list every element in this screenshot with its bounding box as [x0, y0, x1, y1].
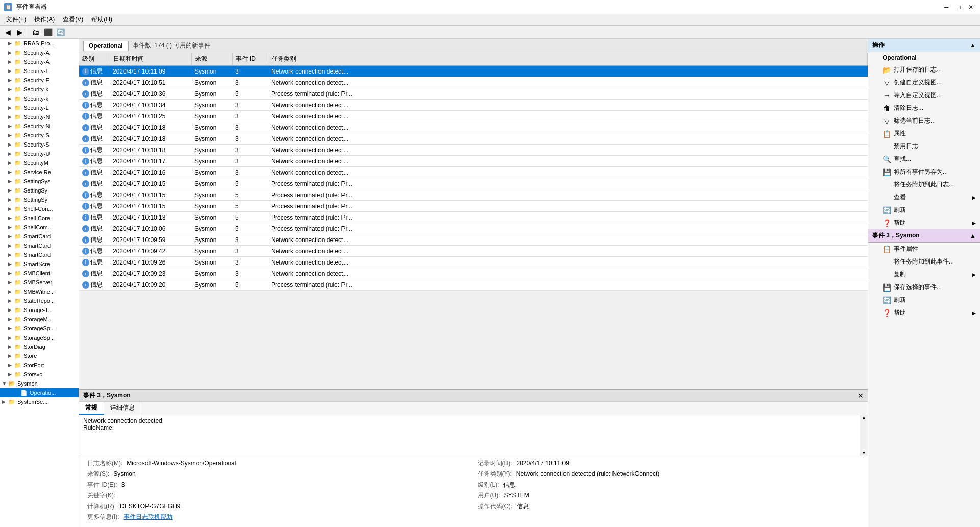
table-row[interactable]: i信息2020/4/17 10:10:18Sysmon3Network conn…: [79, 145, 868, 156]
sidebar-item-23[interactable]: ▶📁SmartCard: [0, 250, 79, 259]
sidebar-item-30[interactable]: ▶📁StorageM...: [0, 315, 79, 324]
table-row[interactable]: i信息2020/4/17 10:09:26Sysmon3Network conn…: [79, 257, 868, 268]
sidebar-item-14[interactable]: ▶📁Service Re: [0, 167, 79, 177]
sidebar-item-8[interactable]: ▶📁Security-N: [0, 112, 79, 122]
table-row[interactable]: i信息2020/4/17 10:09:23Sysmon3Network conn…: [79, 268, 868, 279]
sidebar-item-13[interactable]: ▶📁SecurityM: [0, 158, 79, 167]
table-row[interactable]: i信息2020/4/17 10:10:36Sysmon5Process term…: [79, 88, 868, 100]
sidebar-item-39[interactable]: ▶📁SystemSe...: [0, 397, 79, 406]
sidebar-item-10[interactable]: ▶📁Security-S: [0, 131, 79, 140]
table-row[interactable]: i信息2020/4/17 10:10:13Sysmon5Process term…: [79, 212, 868, 223]
action-event-props[interactable]: 📋 事件属性: [868, 243, 980, 255]
action-help2[interactable]: ❓ 帮助 ▶: [868, 306, 980, 319]
detail-close-button[interactable]: ✕: [857, 392, 864, 400]
sidebar-item-19[interactable]: ▶📁Shell-Core: [0, 213, 79, 223]
action-refresh2[interactable]: 🔄 刷新: [868, 294, 980, 306]
event-log-help-link[interactable]: 事件日志联机帮助: [124, 513, 173, 521]
action-find[interactable]: 🔍 查找...: [868, 153, 980, 165]
table-row[interactable]: i信息2020/4/17 10:10:16Sysmon3Network conn…: [79, 167, 868, 178]
sidebar-item-21[interactable]: ▶📁SmartCard: [0, 232, 79, 241]
action-filter[interactable]: ▽ 筛选当前日志...: [868, 114, 980, 127]
col-level[interactable]: 级别: [79, 53, 110, 65]
menu-file[interactable]: 文件(F): [2, 14, 30, 25]
menu-view[interactable]: 查看(V): [59, 14, 87, 25]
sidebar-item-9[interactable]: ▶📁Security-N: [0, 122, 79, 131]
menu-action[interactable]: 操作(A): [30, 14, 59, 25]
sidebar-item-2[interactable]: ▶📁Security-A: [0, 57, 79, 66]
sidebar-item-36[interactable]: ▶📁Storsvc: [0, 370, 79, 379]
table-row[interactable]: i信息2020/4/17 10:10:18Sysmon3Network conn…: [79, 122, 868, 133]
minimize-button[interactable]: ─: [941, 2, 951, 12]
table-row[interactable]: i信息2020/4/17 10:11:09Sysmon3Network conn…: [79, 65, 868, 77]
action-properties[interactable]: 📋 属性: [868, 127, 980, 140]
right-event-header[interactable]: 事件 3，Sysmon ▲: [868, 229, 980, 243]
col-eventid[interactable]: 事件 ID: [232, 53, 268, 65]
sidebar-item-3[interactable]: ▶📁Security-E: [0, 66, 79, 76]
action-open-saved[interactable]: 📂 打开保存的日志...: [868, 63, 980, 76]
sidebar-item-27[interactable]: ▶📁SMBWitne...: [0, 287, 79, 296]
table-row[interactable]: i信息2020/4/17 10:09:42Sysmon3Network conn…: [79, 246, 868, 257]
table-row[interactable]: i信息2020/4/17 10:10:15Sysmon5Process term…: [79, 201, 868, 212]
sidebar-item-22[interactable]: ▶📁SmartCard: [0, 241, 79, 250]
maximize-button[interactable]: □: [953, 2, 964, 12]
sidebar-item-29[interactable]: ▶📁Storage-T...: [0, 305, 79, 315]
sidebar-item-25[interactable]: ▶📁SMBClient: [0, 269, 79, 278]
sidebar-item-4[interactable]: ▶📁Security-E: [0, 76, 79, 85]
sidebar-item-26[interactable]: ▶📁SMBServer: [0, 278, 79, 287]
tab-details[interactable]: 详细信息: [104, 402, 141, 415]
sidebar-item-24[interactable]: ▶📁SmartScre: [0, 259, 79, 269]
table-row[interactable]: i信息2020/4/17 10:10:15Sysmon5Process term…: [79, 178, 868, 189]
action-attach-task-event[interactable]: 将任务附加到此事件...: [868, 255, 980, 268]
menu-help[interactable]: 帮助(H): [87, 14, 116, 25]
sidebar-item-32[interactable]: ▶📁StorageSp...: [0, 333, 79, 342]
sidebar-item-38[interactable]: 📄Operatio...: [0, 388, 79, 397]
sidebar-item-11[interactable]: ▶📁Security-S: [0, 140, 79, 149]
table-row[interactable]: i信息2020/4/17 10:10:15Sysmon5Process term…: [79, 189, 868, 201]
right-ops-header[interactable]: 操作 ▲: [868, 39, 980, 52]
sidebar-item-20[interactable]: ▶📁ShellCom...: [0, 223, 79, 232]
action-copy[interactable]: 复制 ▶: [868, 268, 980, 281]
action-refresh1[interactable]: 🔄 刷新: [868, 204, 980, 217]
sidebar-item-12[interactable]: ▶📁Security-U: [0, 149, 79, 158]
sidebar-item-7[interactable]: ▶📁Security-L: [0, 103, 79, 112]
table-row[interactable]: i信息2020/4/17 10:10:34Sysmon3Network conn…: [79, 100, 868, 111]
table-row[interactable]: i信息2020/4/17 10:09:59Sysmon3Network conn…: [79, 234, 868, 246]
sidebar-item-18[interactable]: ▶📁Shell-Con...: [0, 204, 79, 213]
action-save-all[interactable]: 💾 将所有事件另存为...: [868, 165, 980, 178]
toolbar-refresh[interactable]: 🔄: [55, 27, 66, 38]
sidebar-item-35[interactable]: ▶📁StorPort: [0, 361, 79, 370]
col-datetime[interactable]: 日期和时间: [110, 53, 191, 65]
toolbar-show-hide[interactable]: 🗂: [30, 27, 41, 38]
action-save-selected[interactable]: 💾 保存选择的事件...: [868, 281, 980, 294]
sidebar-item-33[interactable]: ▶📁StorDiag: [0, 342, 79, 351]
table-row[interactable]: i信息2020/4/17 10:10:18Sysmon3Network conn…: [79, 133, 868, 145]
sidebar-item-15[interactable]: ▶📁SettingSys: [0, 177, 79, 186]
action-attach-task-log[interactable]: 将任务附加到此日志...: [868, 178, 980, 191]
sidebar-item-0[interactable]: ▶📁RRAS-Pro...: [0, 39, 79, 48]
sidebar-item-1[interactable]: ▶📁Security-A: [0, 48, 79, 57]
sidebar-item-16[interactable]: ▶📁SettingSy: [0, 186, 79, 195]
sidebar-item-5[interactable]: ▶📁Security-k: [0, 85, 79, 94]
tab-general[interactable]: 常规: [79, 402, 104, 415]
toolbar-back[interactable]: ◀: [2, 27, 13, 38]
sidebar-item-6[interactable]: ▶📁Security-k: [0, 94, 79, 103]
log-tab[interactable]: Operational: [83, 41, 129, 51]
action-clear-log[interactable]: 🗑 清除日志...: [868, 102, 980, 114]
table-row[interactable]: i信息2020/4/17 10:10:06Sysmon5Process term…: [79, 223, 868, 234]
table-row[interactable]: i信息2020/4/17 10:10:17Sysmon3Network conn…: [79, 156, 868, 167]
table-row[interactable]: i信息2020/4/17 10:10:25Sysmon3Network conn…: [79, 111, 868, 122]
scroll-down-icon[interactable]: ▼: [862, 451, 866, 456]
col-task[interactable]: 任务类别: [268, 53, 868, 65]
sidebar-item-28[interactable]: ▶📁StateRepo...: [0, 296, 79, 305]
event-table-wrapper[interactable]: 级别 日期和时间 来源 事件 ID 任务类别 i信息2020/4/17 10:1…: [79, 53, 868, 389]
sidebar-item-34[interactable]: ▶📁Store: [0, 351, 79, 361]
action-disable-log[interactable]: 禁用日志: [868, 140, 980, 153]
sidebar-item-17[interactable]: ▶📁SettingSy: [0, 195, 79, 204]
toolbar-properties[interactable]: ⬛: [42, 27, 54, 38]
action-create-view[interactable]: ▽ 创建自定义视图...: [868, 76, 980, 89]
action-help1[interactable]: ❓ 帮助 ▶: [868, 217, 980, 229]
sidebar-item-31[interactable]: ▶📁StorageSp...: [0, 324, 79, 333]
close-button[interactable]: ✕: [966, 2, 976, 12]
scroll-up-icon[interactable]: ▲: [862, 415, 866, 420]
table-row[interactable]: i信息2020/4/17 10:10:51Sysmon3Network conn…: [79, 77, 868, 88]
